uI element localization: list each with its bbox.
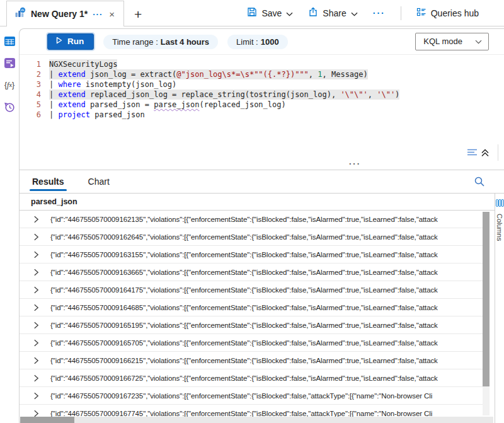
row-json-text: {"id":"4467550570009163155","violations"…: [50, 251, 480, 258]
tab-title: New Query 1*: [31, 9, 88, 19]
queries-hub-button[interactable]: Queries hub: [416, 7, 479, 19]
horizontal-scrollbar-thumb[interactable]: [20, 417, 74, 423]
query-tab[interactable]: New Query 1* ··· ×: [6, 1, 124, 26]
code-line[interactable]: 3| where isnotempty(json_log): [20, 79, 504, 90]
expand-chevron-icon[interactable]: [33, 392, 39, 400]
share-label: Share: [323, 8, 346, 18]
results-tab-strip: Results Chart: [20, 170, 504, 193]
tab-chart-label: Chart: [88, 177, 110, 187]
column-header-parsed-json[interactable]: parsed_json: [20, 194, 495, 211]
limit-label: Limit :: [236, 37, 258, 47]
expand-chevron-icon[interactable]: [33, 322, 39, 329]
splitter-handle[interactable]: ···: [349, 159, 361, 168]
expand-chevron-icon[interactable]: [33, 339, 39, 347]
row-json-text: {"id":"4467550570009167235","violations"…: [50, 392, 480, 400]
save-button[interactable]: Save: [247, 7, 293, 19]
row-json-text: {"id":"4467550570009163665","violations"…: [50, 269, 480, 276]
run-button[interactable]: Run: [47, 33, 94, 50]
vertical-scrollbar-thumb[interactable]: [483, 212, 490, 386]
run-play-icon: [56, 37, 62, 46]
code-line[interactable]: 1NGXSecurityLogs: [20, 59, 504, 69]
limit-value: 1000: [261, 37, 279, 47]
query-tab-icon: [14, 7, 26, 21]
functions-icon[interactable]: {fx}: [4, 79, 15, 91]
kql-mode-value: KQL mode: [423, 37, 462, 46]
history-icon[interactable]: [4, 101, 15, 113]
row-json-text: {"id":"4467550570009166725","violations"…: [50, 374, 480, 382]
share-button[interactable]: Share: [308, 7, 357, 19]
table-row[interactable]: {"id":"4467550570009162135","violations"…: [20, 211, 483, 228]
expand-chevron-icon[interactable]: [33, 410, 39, 417]
time-range-pill[interactable]: Time range :Last 4 hours: [103, 35, 218, 49]
table-row[interactable]: {"id":"4467550570009166215","violations"…: [20, 352, 483, 369]
line-number: 3: [20, 79, 41, 90]
line-number: 1: [20, 59, 41, 69]
queries-hub-icon: [416, 7, 427, 19]
grid-rows-area: {"id":"4467550570009162135","violations"…: [20, 211, 495, 423]
code-lines: 1NGXSecurityLogs2| extend json_log = ext…: [20, 59, 504, 120]
left-icon-rail: {fx}: [0, 26, 19, 423]
expand-chevron-icon[interactable]: [33, 286, 39, 294]
expand-chevron-icon[interactable]: [33, 269, 39, 276]
time-range-value: Last 4 hours: [161, 37, 209, 47]
row-json-text: {"id":"4467550570009165705","violations"…: [50, 339, 480, 347]
expand-chevron-icon[interactable]: [33, 233, 39, 241]
tab-bar: New Query 1* ··· × + Save Share ··· Quer…: [0, 0, 504, 26]
pane-splitter: ···: [20, 163, 504, 170]
line-number: 5: [20, 100, 41, 110]
tab-results-label: Results: [32, 177, 64, 187]
code-line[interactable]: 4| extend replaced_json_log = replace_st…: [20, 90, 504, 100]
chevron-down-icon: [286, 8, 293, 18]
tab-bar-actions: Save Share ··· Queries hub: [247, 6, 504, 20]
row-json-text: {"id":"4467550570009164685","violations"…: [50, 304, 480, 311]
results-grid: parsed_json {"id":"4467550570009162135",…: [20, 194, 495, 423]
line-number: 6: [20, 110, 41, 120]
table-row[interactable]: {"id":"4467550570009162645","violations"…: [20, 228, 483, 246]
actions-divider: [401, 6, 401, 20]
table-row[interactable]: {"id":"4467550570009164175","violations"…: [20, 281, 483, 299]
line-number: 2: [20, 69, 41, 79]
vertical-scrollbar[interactable]: [483, 212, 490, 415]
columns-icon: [496, 198, 504, 209]
table-row[interactable]: {"id":"4467550570009165195","violations"…: [20, 316, 483, 334]
table-row[interactable]: {"id":"4467550570009165705","violations"…: [20, 334, 483, 352]
share-icon: [308, 7, 318, 19]
query-pane-icon[interactable]: [4, 57, 15, 69]
results-panel: Results Chart parsed_json {"id":"4467550…: [20, 170, 504, 423]
new-tab-button[interactable]: +: [134, 8, 142, 21]
expand-chevron-icon[interactable]: [33, 216, 39, 223]
code-line[interactable]: 6| project parsed_json: [20, 110, 504, 120]
save-label: Save: [261, 8, 282, 18]
expand-chevron-icon[interactable]: [33, 251, 39, 258]
line-number: 4: [20, 90, 41, 100]
tables-icon[interactable]: [4, 35, 15, 47]
search-icon[interactable]: [474, 176, 485, 190]
tab-close-button[interactable]: ×: [108, 9, 116, 20]
row-json-text: {"id":"4467550570009164175","violations"…: [50, 286, 480, 294]
table-row[interactable]: {"id":"4467550570009163155","violations"…: [20, 246, 483, 264]
query-editor[interactable]: 1NGXSecurityLogs2| extend json_log = ext…: [20, 55, 504, 163]
more-actions-button[interactable]: ···: [373, 8, 386, 18]
query-toolbar: Run Time range :Last 4 hours Limit :1000…: [20, 29, 504, 55]
limit-pill[interactable]: Limit :1000: [227, 35, 288, 49]
collapse-query-pane-button[interactable]: [467, 148, 490, 159]
tab-chart[interactable]: Chart: [87, 171, 111, 192]
table-row[interactable]: {"id":"4467550570009163665","violations"…: [20, 264, 483, 281]
time-range-label: Time range :: [112, 37, 158, 47]
code-line[interactable]: 2| extend json_log = extract(@"json_log\…: [20, 69, 504, 79]
chevron-down-icon: [351, 8, 358, 18]
kql-mode-select[interactable]: KQL mode: [415, 33, 489, 50]
expand-chevron-icon[interactable]: [33, 304, 39, 311]
table-row[interactable]: {"id":"4467550570009166725","violations"…: [20, 369, 483, 387]
code-line[interactable]: 5| extend parsed_json = parse_json(repla…: [20, 100, 504, 110]
expand-chevron-icon[interactable]: [33, 357, 39, 364]
columns-side-rail[interactable]: Columns: [495, 194, 504, 423]
tab-results[interactable]: Results: [31, 171, 66, 192]
columns-rail-label: Columns: [496, 214, 503, 241]
tab-more-button[interactable]: ···: [93, 9, 103, 19]
row-json-text: {"id":"4467550570009162645","violations"…: [50, 233, 480, 241]
horizontal-scrollbar[interactable]: [20, 417, 493, 423]
table-row[interactable]: {"id":"4467550570009164685","violations"…: [20, 299, 483, 316]
table-row[interactable]: {"id":"4467550570009167235","violations"…: [20, 387, 483, 405]
expand-chevron-icon[interactable]: [33, 374, 39, 382]
